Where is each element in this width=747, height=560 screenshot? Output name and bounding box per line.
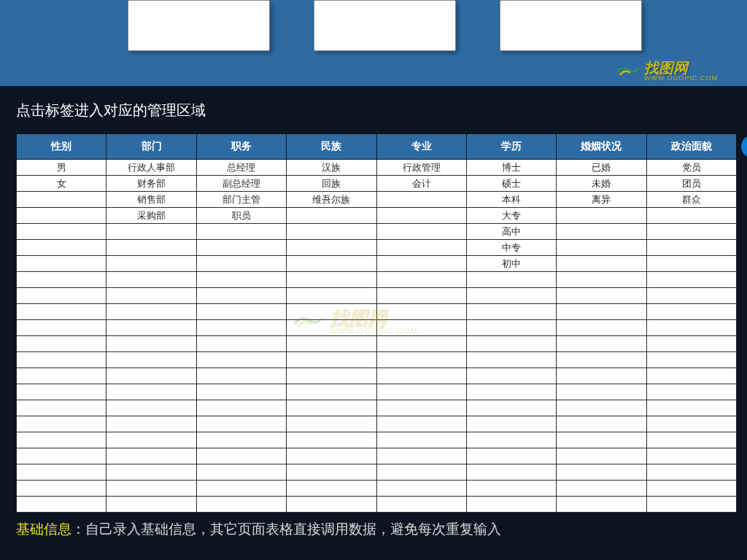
table-cell[interactable] bbox=[376, 416, 466, 432]
nav-card-3[interactable] bbox=[500, 0, 642, 51]
table-cell[interactable] bbox=[107, 400, 196, 416]
table-cell[interactable] bbox=[466, 464, 556, 481]
table-cell[interactable]: 会计 bbox=[376, 176, 466, 192]
col-header[interactable]: 专业 bbox=[376, 134, 466, 160]
table-cell[interactable] bbox=[17, 320, 107, 336]
table-cell[interactable] bbox=[287, 304, 376, 320]
table-cell[interactable] bbox=[376, 288, 466, 304]
table-cell[interactable] bbox=[646, 464, 736, 481]
table-cell[interactable] bbox=[287, 256, 376, 272]
table-cell[interactable] bbox=[196, 400, 286, 416]
table-cell[interactable] bbox=[287, 400, 376, 416]
table-cell[interactable] bbox=[107, 481, 196, 497]
table-cell[interactable] bbox=[287, 384, 376, 400]
col-header[interactable]: 政治面貌 bbox=[646, 134, 736, 160]
table-cell[interactable] bbox=[466, 384, 556, 400]
table-cell[interactable]: 采购部 bbox=[107, 208, 196, 224]
table-cell[interactable] bbox=[466, 336, 556, 352]
table-cell[interactable]: 群众 bbox=[646, 192, 736, 208]
table-cell[interactable] bbox=[196, 448, 286, 464]
table-cell[interactable] bbox=[196, 481, 286, 497]
table-cell[interactable]: 中专 bbox=[466, 240, 556, 256]
table-cell[interactable] bbox=[17, 352, 107, 368]
table-cell[interactable] bbox=[466, 352, 556, 368]
table-cell[interactable] bbox=[376, 352, 466, 368]
table-cell[interactable] bbox=[196, 368, 286, 384]
table-cell[interactable]: 离异 bbox=[557, 192, 646, 208]
table-cell[interactable] bbox=[17, 368, 107, 384]
table-cell[interactable] bbox=[17, 481, 107, 497]
table-cell[interactable] bbox=[646, 336, 736, 352]
table-cell[interactable] bbox=[196, 240, 286, 256]
table-cell[interactable] bbox=[557, 336, 646, 352]
table-cell[interactable] bbox=[107, 336, 196, 352]
table-cell[interactable] bbox=[196, 224, 286, 240]
table-cell[interactable] bbox=[287, 224, 376, 240]
table-cell[interactable] bbox=[646, 481, 736, 497]
table-cell[interactable] bbox=[557, 448, 646, 464]
table-cell[interactable]: 部门主管 bbox=[196, 192, 286, 208]
table-cell[interactable] bbox=[646, 416, 736, 432]
table-cell[interactable] bbox=[287, 272, 376, 288]
table-cell[interactable] bbox=[376, 432, 466, 448]
table-cell[interactable] bbox=[466, 481, 556, 497]
table-cell[interactable] bbox=[466, 272, 556, 288]
table-cell[interactable] bbox=[17, 464, 107, 481]
table-cell[interactable] bbox=[646, 448, 736, 464]
table-cell[interactable]: 销售部 bbox=[107, 192, 196, 208]
table-cell[interactable] bbox=[376, 464, 466, 481]
table-cell[interactable] bbox=[287, 448, 376, 464]
table-cell[interactable] bbox=[557, 400, 646, 416]
table-cell[interactable] bbox=[466, 288, 556, 304]
table-cell[interactable] bbox=[196, 384, 286, 400]
table-cell[interactable] bbox=[557, 368, 646, 384]
table-cell[interactable] bbox=[196, 416, 286, 432]
col-header[interactable]: 性别 bbox=[17, 134, 107, 160]
table-cell[interactable] bbox=[107, 497, 196, 513]
table-cell[interactable] bbox=[287, 240, 376, 256]
table-cell[interactable] bbox=[557, 481, 646, 497]
table-cell[interactable] bbox=[376, 384, 466, 400]
table-cell[interactable] bbox=[17, 304, 107, 320]
table-cell[interactable]: 硕士 bbox=[466, 176, 556, 192]
table-cell[interactable] bbox=[107, 352, 196, 368]
table-cell[interactable]: 回族 bbox=[287, 176, 376, 192]
table-cell[interactable] bbox=[107, 384, 196, 400]
table-cell[interactable] bbox=[376, 208, 466, 224]
table-cell[interactable] bbox=[557, 497, 646, 513]
table-cell[interactable] bbox=[287, 320, 376, 336]
table-cell[interactable] bbox=[287, 497, 376, 513]
table-cell[interactable] bbox=[376, 304, 466, 320]
table-cell[interactable] bbox=[287, 481, 376, 497]
table-cell[interactable]: 初中 bbox=[466, 256, 556, 272]
table-cell[interactable] bbox=[107, 288, 196, 304]
table-cell[interactable] bbox=[376, 448, 466, 464]
table-cell[interactable] bbox=[17, 224, 107, 240]
col-header[interactable]: 婚姻状况 bbox=[557, 134, 646, 160]
col-header[interactable]: 学历 bbox=[466, 134, 556, 160]
table-cell[interactable] bbox=[557, 224, 646, 240]
table-cell[interactable] bbox=[196, 432, 286, 448]
table-cell[interactable] bbox=[646, 384, 736, 400]
table-cell[interactable] bbox=[287, 352, 376, 368]
table-cell[interactable] bbox=[557, 240, 646, 256]
table-cell[interactable]: 总经理 bbox=[196, 160, 286, 176]
table-cell[interactable] bbox=[646, 320, 736, 336]
table-cell[interactable] bbox=[17, 256, 107, 272]
table-cell[interactable] bbox=[107, 464, 196, 481]
table-cell[interactable] bbox=[557, 384, 646, 400]
table-cell[interactable] bbox=[376, 481, 466, 497]
table-cell[interactable] bbox=[646, 288, 736, 304]
table-cell[interactable] bbox=[376, 368, 466, 384]
table-cell[interactable] bbox=[107, 272, 196, 288]
table-cell[interactable] bbox=[287, 288, 376, 304]
table-cell[interactable] bbox=[466, 400, 556, 416]
table-cell[interactable] bbox=[646, 240, 736, 256]
table-cell[interactable]: 大专 bbox=[466, 208, 556, 224]
table-cell[interactable] bbox=[17, 336, 107, 352]
table-cell[interactable]: 本科 bbox=[466, 192, 556, 208]
table-cell[interactable] bbox=[17, 384, 107, 400]
table-cell[interactable] bbox=[17, 432, 107, 448]
table-cell[interactable] bbox=[466, 320, 556, 336]
table-cell[interactable] bbox=[646, 272, 736, 288]
